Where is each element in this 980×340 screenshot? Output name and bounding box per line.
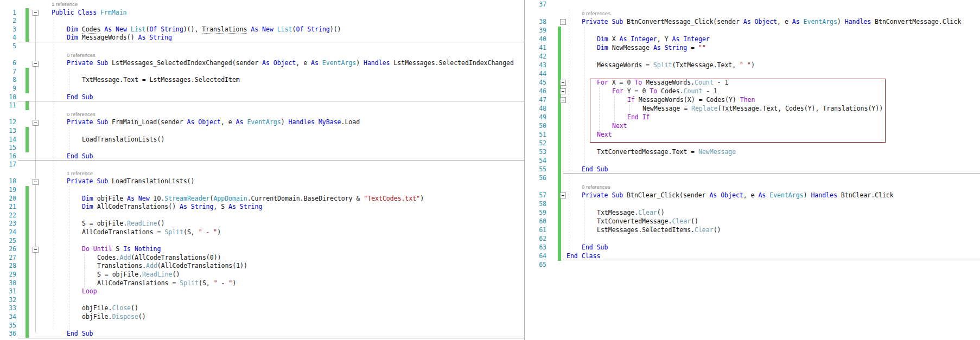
line-number[interactable]: 58 [525,200,546,208]
fold-toggle-icon[interactable] [560,19,566,25]
code-text[interactable]: objFile.Dispose() [82,313,146,322]
line-number[interactable]: 37 [525,0,546,9]
line-number[interactable]: 49 [525,113,546,121]
line-number[interactable]: 21 [0,203,16,211]
line-number[interactable]: 34 [0,313,16,322]
line-number[interactable]: 2 [0,17,16,25]
line-number[interactable]: 20 [0,195,16,203]
line-number[interactable]: 60 [525,217,546,226]
fold-toggle-icon[interactable] [33,120,39,126]
line-number[interactable]: 27 [0,254,16,262]
line-number[interactable]: 48 [525,104,546,113]
code-text[interactable]: Dim X As Integer, Y As Integer [597,35,710,43]
codelens-label[interactable]: 0 references [582,184,610,190]
line-number[interactable]: 22 [0,211,16,220]
code-text[interactable]: S = objFile.ReadLine() [82,220,164,228]
code-text[interactable]: TxtMessage.Clear() [597,208,665,217]
line-number[interactable]: 23 [0,220,16,228]
line-number[interactable]: 44 [525,69,546,78]
line-number[interactable]: 32 [0,296,16,305]
line-number[interactable]: 31 [0,287,16,296]
code-text[interactable]: For X = 0 To MessageWords.Count - 1 [597,78,728,87]
code-text[interactable]: Private Sub LstMessages_SelectedIndexCha… [67,59,514,68]
code-text[interactable]: LstMessages.SelectedItems.Clear() [597,226,721,234]
code-text[interactable]: Dim Codes As New List(Of String)(), Tran… [67,25,341,34]
code-text[interactable]: Next [612,121,627,130]
fold-toggle-icon[interactable] [33,10,39,16]
line-number[interactable]: 3 [0,25,16,34]
fold-toggle-icon[interactable] [560,88,566,94]
codelens-label[interactable]: 1 reference [52,1,78,7]
code-text[interactable]: MessageWords = Split(TxtMessage.Text, " … [597,61,755,69]
code-text[interactable]: AllCodeTranslations = Split(S, " - ") [97,279,236,288]
line-number[interactable]: 63 [525,243,546,252]
code-text[interactable]: End Sub [582,243,608,252]
line-number[interactable]: 47 [525,95,546,104]
line-number[interactable]: 46 [525,87,546,95]
codelens-label[interactable]: 0 references [67,111,96,117]
line-number[interactable]: 17 [0,161,16,169]
codelens-label[interactable]: 0 references [67,52,96,58]
line-number[interactable]: 41 [525,43,546,52]
fold-toggle-icon[interactable] [33,61,39,67]
code-text[interactable]: Next [597,130,612,139]
line-number[interactable]: 5 [0,42,16,51]
line-number[interactable]: 42 [525,52,546,61]
line-number[interactable]: 50 [525,121,546,130]
code-text[interactable]: Dim objFile As New IO.StreamReader(AppDo… [82,195,424,203]
code-text[interactable]: End Sub [67,330,93,338]
line-number[interactable]: 10 [0,93,16,102]
code-text[interactable]: End Sub [582,165,608,174]
code-text[interactable]: Public Class FrmMain [52,9,126,17]
line-number[interactable]: 39 [525,26,546,35]
line-number[interactable]: 65 [525,260,546,269]
line-number[interactable]: 30 [0,279,16,288]
code-text[interactable]: Private Sub BtnConvertMessage_Click(send… [582,17,961,26]
codelens-references-link[interactable]: 0 references [582,9,610,18]
line-number[interactable]: 14 [0,136,16,144]
line-number[interactable]: 33 [0,304,16,313]
line-number[interactable]: 51 [525,130,546,139]
code-text[interactable]: End Sub [67,152,93,161]
code-text[interactable]: S = objFile.ReadLine() [97,271,180,279]
line-number[interactable]: 38 [525,17,546,26]
fold-toggle-icon[interactable] [33,247,39,253]
code-text[interactable]: If MessageWords(X) = Codes(Y) Then [627,95,755,104]
line-number[interactable]: 8 [0,76,16,85]
code-text[interactable]: objFile.Close() [82,304,138,313]
line-number[interactable]: 9 [0,85,16,93]
line-number[interactable]: 53 [525,147,546,156]
line-number[interactable]: 16 [0,152,16,161]
codelens-references-link[interactable]: 0 references [67,110,96,119]
codelens-label[interactable]: 1 reference [67,170,93,176]
code-text[interactable]: TxtConvertedMessage.Clear() [597,217,698,226]
code-text[interactable]: Private Sub BtnClear_Click(sender As Obj… [582,191,894,200]
fold-toggle-icon[interactable] [560,80,566,86]
line-number[interactable]: 55 [525,165,546,174]
code-text[interactable]: Do Until S Is Nothing [82,245,161,254]
line-number[interactable]: 6 [0,59,16,68]
line-number[interactable]: 62 [525,234,546,243]
code-text[interactable]: End If [627,113,650,121]
line-number[interactable]: 64 [525,252,546,260]
line-number[interactable]: 52 [525,139,546,147]
codelens-label[interactable]: 0 references [582,10,610,16]
line-number[interactable]: 4 [0,34,16,42]
fold-toggle-icon[interactable] [560,97,566,103]
line-number[interactable]: 26 [0,245,16,254]
code-text[interactable]: TxtMessage.Text = LstMessages.SelectedIt… [82,76,240,85]
line-number[interactable]: 13 [0,127,16,136]
code-text[interactable]: TxtConvertedMessage.Text = NewMessage [597,147,736,156]
code-text[interactable]: Private Sub LoadTranslationLists() [67,177,194,186]
codelens-references-link[interactable]: 1 reference [52,0,78,9]
code-text[interactable]: NewMessage = Replace(TxtMessage.Text, Co… [642,104,883,113]
line-number[interactable]: 18 [0,177,16,186]
line-number[interactable]: 24 [0,228,16,237]
line-number[interactable]: 12 [0,118,16,127]
code-text[interactable]: Dim MessageWords() As String [67,34,172,42]
code-text[interactable]: Dim AllCodeTranslations() As String, S A… [82,203,262,211]
code-text[interactable]: Private Sub FrmMain_Load(sender As Objec… [67,118,360,127]
line-number[interactable]: 54 [525,156,546,165]
fold-toggle-icon[interactable] [560,193,566,198]
code-text[interactable]: End Class [567,252,600,260]
